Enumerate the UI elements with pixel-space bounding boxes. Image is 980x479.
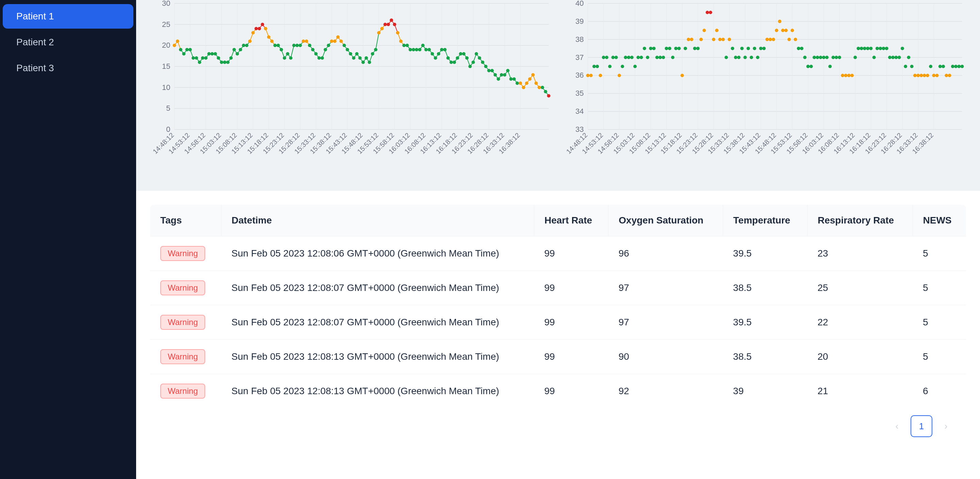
col-heart-rate[interactable]: Heart Rate [534, 205, 608, 236]
svg-point-289 [734, 56, 737, 59]
svg-point-312 [807, 65, 810, 68]
svg-point-349 [923, 73, 926, 77]
svg-point-109 [327, 44, 330, 47]
charts-panel: 05101520253014:48:1214:53:1214:58:1215:0… [136, 0, 980, 191]
svg-point-114 [343, 44, 346, 47]
col-temperature[interactable]: Temperature [723, 205, 807, 236]
cell-datetime: Sun Feb 05 2023 12:08:07 GMT+0000 (Green… [221, 305, 534, 340]
vitals-table-wrap: TagsDatetimeHeart RateOxygen SaturationT… [136, 191, 980, 479]
prev-page-icon[interactable]: ‹ [890, 421, 904, 432]
cell-rr: 25 [807, 271, 913, 305]
svg-point-71 [207, 52, 211, 56]
svg-point-156 [475, 52, 478, 56]
svg-point-178 [544, 90, 547, 93]
svg-point-70 [204, 56, 208, 60]
warning-tag: Warning [160, 383, 205, 399]
svg-point-115 [346, 48, 349, 51]
svg-text:40: 40 [576, 0, 584, 8]
svg-point-268 [668, 47, 671, 50]
svg-point-113 [339, 40, 343, 43]
svg-point-116 [349, 52, 352, 56]
svg-point-143 [434, 56, 437, 60]
svg-point-356 [945, 73, 948, 77]
svg-point-129 [390, 18, 393, 22]
svg-point-345 [910, 65, 914, 68]
svg-point-98 [292, 44, 296, 47]
svg-point-246 [598, 73, 602, 77]
svg-point-253 [620, 65, 624, 68]
svg-point-297 [759, 47, 762, 50]
svg-point-354 [939, 65, 942, 68]
svg-point-305 [784, 29, 788, 32]
svg-point-284 [718, 38, 722, 41]
svg-point-257 [633, 65, 637, 68]
col-news[interactable]: NEWS [913, 205, 966, 236]
sidebar-item-patient-2[interactable]: Patient 2 [3, 30, 134, 54]
svg-point-170 [519, 81, 522, 85]
svg-point-82 [242, 44, 245, 47]
svg-point-300 [769, 38, 772, 41]
page-1-button[interactable]: 1 [911, 415, 932, 437]
svg-point-360 [957, 65, 961, 68]
svg-point-120 [361, 61, 365, 64]
svg-point-137 [415, 48, 418, 51]
svg-point-301 [772, 38, 775, 41]
table-row: WarningSun Feb 05 2023 12:08:13 GMT+0000… [150, 374, 966, 409]
svg-point-153 [465, 56, 469, 60]
svg-point-63 [182, 52, 185, 56]
cell-news: 5 [913, 271, 966, 305]
svg-point-277 [696, 47, 700, 50]
svg-point-105 [314, 52, 318, 56]
next-page-icon[interactable]: › [939, 421, 953, 432]
respiratory-rate-chart[interactable]: 05101520253014:48:1214:53:1214:58:1215:0… [146, 0, 556, 180]
cell-temp: 38.5 [723, 271, 807, 305]
svg-point-310 [800, 47, 803, 50]
col-datetime[interactable]: Datetime [221, 205, 534, 236]
svg-point-266 [662, 56, 665, 59]
svg-point-333 [872, 56, 876, 59]
sidebar: Patient 1Patient 2Patient 3 [0, 0, 136, 479]
svg-point-102 [305, 40, 308, 43]
col-oxygen-saturation[interactable]: Oxygen Saturation [608, 205, 723, 236]
main-content: 05101520253014:48:1214:53:1214:58:1215:0… [136, 0, 980, 479]
svg-point-103 [308, 44, 311, 47]
sidebar-item-patient-1[interactable]: Patient 1 [3, 4, 134, 29]
svg-point-175 [535, 81, 538, 85]
cell-datetime: Sun Feb 05 2023 12:08:13 GMT+0000 (Green… [221, 340, 534, 374]
svg-point-278 [699, 38, 703, 41]
svg-point-274 [687, 38, 690, 41]
cell-hr: 99 [534, 305, 608, 340]
svg-point-174 [531, 73, 535, 77]
svg-point-152 [462, 52, 466, 56]
svg-point-106 [318, 56, 321, 60]
svg-point-119 [358, 56, 362, 60]
svg-point-107 [321, 56, 324, 60]
svg-point-338 [888, 56, 891, 59]
cell-news: 5 [913, 236, 966, 271]
svg-point-135 [409, 48, 412, 51]
svg-point-325 [847, 73, 851, 77]
svg-point-275 [690, 38, 694, 41]
svg-point-164 [500, 73, 503, 77]
svg-point-247 [602, 56, 605, 59]
svg-point-353 [935, 73, 939, 77]
cell-o2: 92 [608, 374, 723, 409]
svg-point-292 [743, 56, 747, 59]
svg-point-250 [611, 56, 614, 59]
svg-point-62 [179, 48, 182, 51]
svg-point-242 [586, 73, 590, 77]
svg-point-258 [636, 56, 640, 59]
sidebar-item-patient-3[interactable]: Patient 3 [3, 56, 134, 80]
svg-point-352 [932, 73, 935, 77]
svg-point-245 [595, 65, 599, 68]
col-tags[interactable]: Tags [150, 205, 221, 236]
svg-point-317 [822, 56, 826, 59]
svg-point-323 [841, 73, 844, 77]
col-respiratory-rate[interactable]: Respiratory Rate [807, 205, 913, 236]
table-row: WarningSun Feb 05 2023 12:08:13 GMT+0000… [150, 340, 966, 374]
svg-point-243 [589, 73, 593, 77]
temperature-chart[interactable]: 333435363738394014:48:1214:53:1214:58:12… [560, 0, 970, 180]
svg-point-127 [383, 23, 387, 26]
svg-point-316 [819, 56, 822, 59]
svg-point-331 [866, 47, 869, 50]
